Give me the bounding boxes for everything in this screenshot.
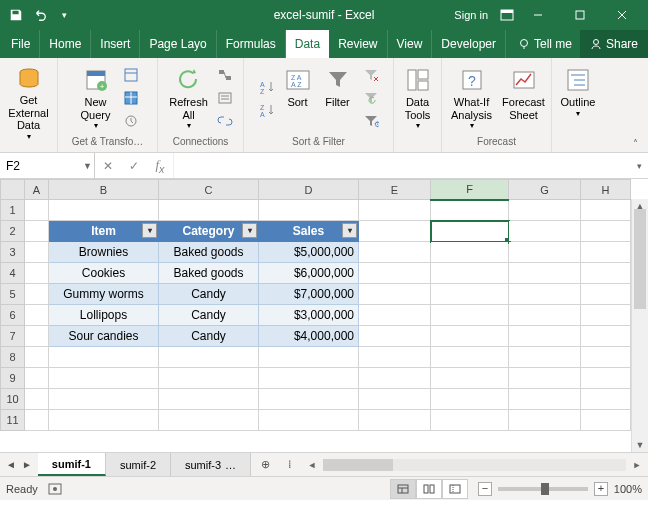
vertical-scrollbar[interactable]: ▲ ▼ (631, 199, 648, 452)
minimize-button[interactable] (518, 1, 558, 29)
cell[interactable]: $5,000,000 (259, 242, 359, 263)
cell[interactable] (359, 410, 431, 431)
select-all-button[interactable] (1, 180, 25, 200)
show-queries-button[interactable] (120, 64, 142, 86)
tab-data[interactable]: Data (286, 30, 329, 58)
tab-page-layout[interactable]: Page Layo (140, 30, 216, 58)
tab-home[interactable]: Home (40, 30, 91, 58)
row-header[interactable]: 9 (1, 368, 25, 389)
cell[interactable]: Candy (159, 305, 259, 326)
tab-formulas[interactable]: Formulas (217, 30, 286, 58)
cell[interactable] (431, 284, 509, 305)
page-break-view-button[interactable] (442, 479, 468, 499)
cancel-formula-button[interactable]: ✕ (95, 154, 121, 178)
reapply-filter-button[interactable] (360, 87, 382, 109)
tab-file[interactable]: File (2, 30, 40, 58)
edit-links-button[interactable] (214, 110, 236, 132)
ribbon-display-options-button[interactable] (496, 4, 518, 26)
sort-asc-button[interactable]: AZ (256, 76, 278, 98)
scroll-down-button[interactable]: ▼ (632, 438, 648, 452)
share-button[interactable]: Share (580, 30, 648, 58)
cell[interactable]: Cookies (49, 263, 159, 284)
cell[interactable]: $6,000,000 (259, 263, 359, 284)
cell[interactable]: Candy (159, 326, 259, 347)
insert-function-button[interactable]: fx (147, 154, 173, 178)
sort-button[interactable]: Z AA Z Sort (280, 62, 316, 134)
cell[interactable] (431, 242, 509, 263)
cell[interactable] (359, 305, 431, 326)
advanced-filter-button[interactable]: ⚙ (360, 110, 382, 132)
col-header[interactable]: D (259, 180, 359, 200)
cell[interactable] (159, 347, 259, 368)
macro-record-button[interactable] (48, 483, 62, 495)
outline-button[interactable]: Outline▾ (555, 62, 601, 134)
cell[interactable]: Gummy worms (49, 284, 159, 305)
what-if-analysis-button[interactable]: ? What-If Analysis▾ (446, 62, 498, 134)
row-header[interactable]: 6 (1, 305, 25, 326)
filter-button[interactable]: Filter (318, 62, 358, 134)
cell[interactable] (25, 368, 49, 389)
close-button[interactable] (602, 1, 642, 29)
qat-customize-button[interactable]: ▾ (54, 5, 74, 25)
normal-view-button[interactable] (390, 479, 416, 499)
col-header[interactable]: G (509, 180, 581, 200)
cell[interactable] (509, 347, 581, 368)
horizontal-scrollbar[interactable]: ◄ ► (301, 453, 648, 476)
cell[interactable] (581, 368, 631, 389)
zoom-in-button[interactable]: + (594, 482, 608, 496)
cell[interactable] (431, 200, 509, 221)
get-external-data-button[interactable]: Get External Data▾ (4, 62, 54, 134)
cell[interactable] (259, 200, 359, 221)
cell[interactable]: $4,000,000 (259, 326, 359, 347)
new-query-button[interactable]: + New Query▾ (74, 62, 118, 134)
cell[interactable]: Brownies (49, 242, 159, 263)
name-box[interactable]: F2 ▼ (0, 153, 95, 178)
sort-desc-button[interactable]: ZA (256, 99, 278, 121)
clear-filter-button[interactable] (360, 64, 382, 86)
cell[interactable] (581, 347, 631, 368)
row-header[interactable]: 5 (1, 284, 25, 305)
from-table-button[interactable] (120, 87, 142, 109)
cell[interactable] (259, 368, 359, 389)
cell[interactable] (25, 263, 49, 284)
cell[interactable] (509, 221, 581, 242)
cell[interactable] (25, 410, 49, 431)
tab-developer[interactable]: Developer (432, 30, 506, 58)
sheet-nav-prev-button[interactable]: ◄ (6, 459, 16, 470)
cell[interactable] (259, 347, 359, 368)
cell[interactable]: Baked goods (159, 242, 259, 263)
new-sheet-button[interactable]: ⊕ (251, 453, 279, 476)
cell[interactable] (509, 305, 581, 326)
sheet-tab[interactable]: sumif-2 (106, 453, 171, 476)
tab-view[interactable]: View (388, 30, 433, 58)
cell[interactable] (25, 389, 49, 410)
recent-sources-button[interactable] (120, 110, 142, 132)
cell[interactable] (159, 389, 259, 410)
row-header[interactable]: 4 (1, 263, 25, 284)
cell[interactable] (25, 347, 49, 368)
tab-insert[interactable]: Insert (91, 30, 140, 58)
col-header[interactable]: E (359, 180, 431, 200)
cell[interactable] (431, 263, 509, 284)
cell[interactable] (431, 305, 509, 326)
cell[interactable] (25, 284, 49, 305)
formula-input[interactable] (174, 153, 630, 178)
cell[interactable] (509, 284, 581, 305)
row-header[interactable]: 7 (1, 326, 25, 347)
cell[interactable] (25, 305, 49, 326)
expand-formula-bar-button[interactable]: ▾ (630, 153, 648, 178)
refresh-all-button[interactable]: Refresh All▾ (166, 62, 212, 134)
cell[interactable] (259, 389, 359, 410)
sheet-nav-next-button[interactable]: ► (22, 459, 32, 470)
cell[interactable]: Baked goods (159, 263, 259, 284)
cell[interactable] (581, 410, 631, 431)
cell[interactable]: Category▾ (159, 221, 259, 242)
cell[interactable] (49, 410, 159, 431)
row-header[interactable]: 3 (1, 242, 25, 263)
cell[interactable] (431, 389, 509, 410)
cell[interactable]: Item▾ (49, 221, 159, 242)
cell[interactable] (25, 221, 49, 242)
cell[interactable] (509, 368, 581, 389)
cell[interactable] (159, 368, 259, 389)
zoom-out-button[interactable]: − (478, 482, 492, 496)
